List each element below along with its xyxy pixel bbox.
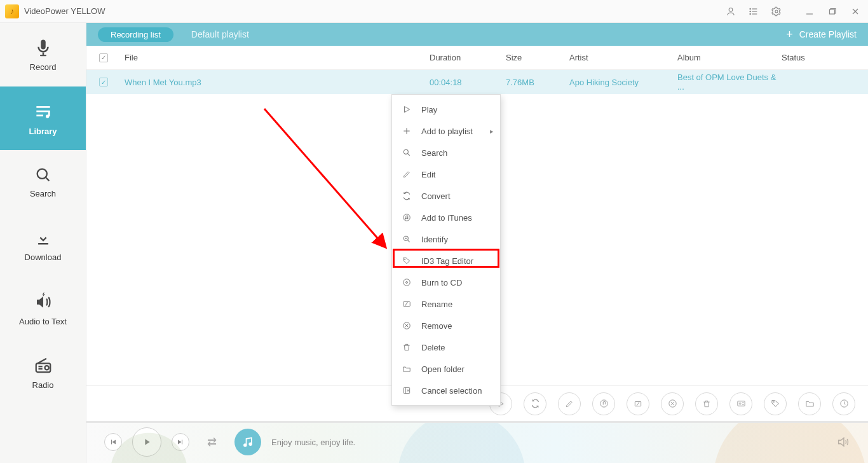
sidebar-item-label: Audio to Text	[19, 317, 67, 326]
svg-line-30	[407, 153, 409, 155]
ctx-delete[interactable]: Delete	[392, 336, 500, 358]
col-album[interactable]: Album	[677, 53, 782, 62]
sidebar-item-download[interactable]: Download	[0, 214, 86, 277]
account-icon[interactable]	[721, 3, 741, 20]
ctx-label: Play	[421, 105, 437, 114]
ctx-label: Search	[421, 148, 447, 158]
search-icon	[401, 148, 412, 157]
ctx-identify[interactable]: Identify	[392, 228, 500, 250]
action-folder-icon[interactable]	[798, 392, 821, 415]
action-delete-icon[interactable]	[695, 392, 718, 415]
play-icon	[401, 105, 412, 114]
svg-point-6	[750, 13, 750, 14]
shuffle-icon[interactable]: ⇄	[207, 435, 217, 449]
action-itunes-icon[interactable]	[592, 392, 615, 415]
convert-icon	[401, 191, 412, 200]
ctx-label: Burn to CD	[421, 278, 462, 287]
ctx-add-to-itunes[interactable]: Add to iTunes	[392, 207, 500, 228]
play-pause-icon[interactable]	[132, 427, 161, 457]
sidebar-item-record[interactable]: Record	[0, 23, 86, 86]
tab-default-playlist[interactable]: Default playlist	[191, 29, 249, 39]
volume-icon[interactable]	[836, 435, 850, 449]
ctx-convert[interactable]: Convert	[392, 185, 500, 207]
sidebar-item-radio[interactable]: Radio	[0, 341, 86, 404]
settings-icon[interactable]	[766, 3, 787, 20]
col-size[interactable]: Size	[506, 53, 569, 62]
action-history-icon[interactable]	[832, 392, 855, 415]
app-shell: Record Library Search Download Audio to …	[0, 23, 868, 463]
svg-rect-13	[40, 55, 46, 56]
ctx-open-folder[interactable]: Open folder	[392, 358, 500, 380]
ctx-burn-to-cd[interactable]: Burn to CD	[392, 272, 500, 293]
svg-point-0	[729, 8, 733, 11]
ctx-label: Cancel selection	[421, 386, 482, 396]
ctx-remove[interactable]: Remove	[392, 315, 500, 336]
header-checkbox[interactable]: ✓	[99, 53, 125, 62]
context-menu: Play Add to playlist Search Edit Convert	[391, 94, 501, 406]
library-icon	[33, 101, 53, 121]
identify-icon	[401, 235, 412, 244]
action-convert-icon[interactable]	[524, 392, 546, 415]
svg-point-57	[773, 401, 774, 403]
itunes-icon	[401, 213, 412, 222]
svg-point-48	[600, 400, 607, 407]
action-rename-icon[interactable]	[627, 392, 649, 415]
app-title: VideoPower YELLOW	[24, 6, 105, 16]
svg-marker-59	[145, 439, 149, 445]
title-bar-right	[721, 3, 865, 20]
table-row[interactable]: ✓ When I Met You.mp3 00:04:18 7.76MB Apo…	[86, 70, 868, 94]
tab-recording-list[interactable]: Recording list	[98, 27, 173, 42]
ctx-add-to-playlist[interactable]: Add to playlist	[392, 120, 500, 142]
sidebar-item-label: Library	[29, 127, 57, 136]
radio-icon	[34, 356, 53, 375]
cell-duration: 00:04:18	[430, 78, 506, 87]
create-playlist-button[interactable]: + Create Playlist	[786, 29, 857, 40]
next-track-icon[interactable]	[172, 433, 189, 451]
sidebar-item-audio-to-text[interactable]: Audio to Text	[0, 277, 86, 341]
svg-point-5	[750, 11, 750, 11]
list-icon[interactable]	[743, 3, 764, 20]
action-remove-icon[interactable]	[661, 392, 684, 415]
svg-line-35	[407, 240, 409, 242]
col-status[interactable]: Status	[782, 53, 868, 62]
prev-track-icon[interactable]	[104, 433, 122, 451]
ctx-id3-tag-editor[interactable]: ID3 Tag Editor	[392, 250, 500, 272]
cancel-selection-icon	[401, 386, 412, 395]
action-edit-icon[interactable]	[558, 392, 581, 415]
window-minimize-icon[interactable]	[799, 3, 820, 20]
ctx-search[interactable]: Search	[392, 142, 500, 163]
window-close-icon[interactable]	[845, 3, 865, 20]
action-id-card-icon[interactable]	[729, 392, 752, 415]
svg-rect-12	[42, 52, 44, 55]
col-duration[interactable]: Duration	[430, 53, 506, 62]
sidebar-item-label: Download	[25, 252, 62, 262]
col-artist[interactable]: Artist	[569, 53, 677, 62]
player-bar: ⇄ Enjoy music, enjoy life.	[86, 421, 868, 463]
svg-point-37	[403, 279, 410, 286]
action-tag-icon[interactable]	[764, 392, 787, 415]
window-maximize-icon[interactable]	[822, 3, 843, 20]
ctx-label: Convert	[421, 191, 451, 201]
tabs: Recording list Default playlist	[98, 27, 249, 42]
svg-point-38	[406, 282, 408, 284]
search-icon	[34, 166, 52, 184]
svg-line-46	[264, 109, 385, 247]
svg-point-18	[37, 169, 46, 178]
progress-bar[interactable]	[86, 421, 868, 423]
ctx-edit[interactable]: Edit	[392, 163, 500, 185]
svg-rect-43	[403, 387, 409, 393]
cell-artist: Apo Hiking Society	[569, 78, 677, 87]
cell-size: 7.76MB	[506, 78, 569, 87]
ctx-play[interactable]: Play	[392, 99, 500, 120]
audio-to-text-icon	[34, 293, 53, 312]
ctx-rename[interactable]: Rename	[392, 293, 500, 315]
row-checkbox[interactable]: ✓	[99, 78, 125, 86]
svg-point-4	[750, 8, 750, 9]
svg-point-60	[244, 444, 247, 446]
sidebar-item-search[interactable]: Search	[0, 150, 86, 214]
col-file[interactable]: File	[125, 53, 430, 62]
svg-rect-53	[737, 401, 744, 406]
ctx-cancel-selection[interactable]: Cancel selection	[392, 380, 500, 401]
sidebar-item-library[interactable]: Library	[0, 86, 86, 150]
svg-point-31	[403, 214, 410, 221]
